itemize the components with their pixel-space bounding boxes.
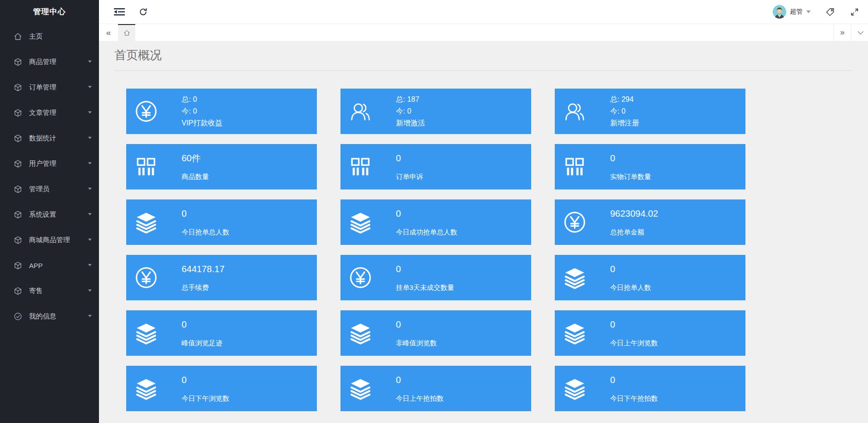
stat-label: 商品数量: [182, 172, 209, 181]
stat-card: 60件商品数量: [126, 144, 317, 189]
cube-icon: [14, 210, 22, 219]
sidebar-item-orders[interactable]: 订单管理: [0, 75, 99, 100]
stat-value: 0: [396, 374, 444, 385]
caret-down-icon: [806, 10, 811, 13]
stat-card: 0今日下午抢拍数: [555, 366, 745, 411]
tabs-scroll-right-button[interactable]: »: [833, 24, 851, 41]
sidebar-item-consign[interactable]: 寄售: [0, 278, 99, 304]
tabbar-spacer: [135, 24, 833, 41]
stat-card: 0实物订单数量: [555, 144, 745, 189]
stat-value: 644178.17: [182, 264, 225, 274]
stat-card: 644178.17总手续费: [126, 255, 317, 300]
cube-icon: [14, 83, 22, 92]
sidebar-item-system[interactable]: 系统设置: [0, 202, 99, 227]
user-name[interactable]: 超管: [790, 8, 803, 16]
goods-icon: [349, 155, 372, 179]
stat-label: 挂单3天未成交数量: [396, 283, 454, 292]
tabs-collapse-button[interactable]: [851, 24, 868, 41]
cube-icon: [14, 159, 22, 168]
stat-card-body: 0挂单3天未成交数量: [396, 264, 454, 292]
stat-card: 0今日上午浏览数: [555, 310, 745, 356]
stat-card-body: 总: 294今: 0新增注册: [610, 94, 639, 129]
stat-value: 9623094.02: [610, 208, 658, 219]
yen-icon: [134, 266, 158, 289]
stat-label: VIP打款收益: [182, 117, 222, 129]
stat-card: 0今日上午抢拍数: [340, 366, 531, 411]
stat-line: 总: 187: [396, 94, 425, 105]
chevron-down-icon: [88, 213, 92, 215]
stat-value: 0: [182, 208, 229, 219]
fullscreen-icon[interactable]: [850, 8, 859, 16]
tab-home[interactable]: [118, 24, 135, 41]
stat-value: 0: [396, 208, 457, 219]
tag-icon[interactable]: [825, 7, 835, 17]
chevron-down-icon: [88, 264, 92, 266]
home-icon: [14, 32, 22, 41]
sidebar-item-label: 主页: [29, 32, 99, 41]
sidebar-item-home[interactable]: 主页: [0, 24, 99, 49]
chevron-down-icon: [88, 188, 92, 190]
user-menu[interactable]: 超管: [773, 5, 811, 19]
chevron-down-icon: [88, 239, 92, 241]
collapse-menu-icon[interactable]: [113, 7, 125, 16]
sidebar-item-my-info[interactable]: 我的信息: [0, 304, 99, 329]
chevron-down-icon: [88, 315, 92, 317]
page-header: 首页概况: [114, 41, 853, 71]
sidebar-item-mall-goods[interactable]: 商城商品管理: [0, 227, 99, 253]
chevron-down-icon: [88, 86, 92, 88]
chevron-down-icon: [858, 29, 863, 35]
stat-card: 0今日抢单总人数: [126, 199, 317, 245]
stat-card-body: 0今日下午抢拍数: [610, 374, 658, 403]
sidebar-item-admins[interactable]: 管理员: [0, 176, 99, 202]
layers-icon: [134, 377, 158, 400]
sidebar-item-users[interactable]: 用户管理: [0, 151, 99, 176]
stat-label: 今日下午浏览数: [182, 394, 229, 403]
sidebar-item-goods[interactable]: 商品管理: [0, 49, 99, 75]
stat-label: 总抢单金额: [610, 228, 658, 237]
avatar[interactable]: [773, 5, 786, 19]
stat-label: 新增注册: [610, 117, 639, 129]
stat-card-body: 0订单申诉: [396, 153, 423, 181]
stat-line: 今: 0: [610, 105, 639, 117]
stat-card: 0今日成功抢单总人数: [340, 199, 531, 245]
stat-value: 0: [396, 264, 454, 274]
stat-card-body: 0今日抢单总人数: [182, 208, 229, 237]
stat-card: 总: 294今: 0新增注册: [555, 89, 745, 134]
stat-card: 0今日下午浏览数: [126, 366, 317, 411]
stat-value: 0: [182, 374, 229, 385]
sidebar-item-app[interactable]: APP: [0, 253, 99, 278]
stat-card-body: 总: 187今: 0新增激活: [396, 94, 425, 129]
layers-icon: [563, 321, 587, 345]
layers-icon: [349, 210, 372, 234]
yen-icon: [563, 210, 587, 234]
stat-value: 0: [610, 374, 658, 385]
main-area: 超管 « »: [99, 0, 868, 423]
stat-label: 实物订单数量: [610, 172, 651, 181]
stat-card: 9623094.02总抢单金额: [555, 199, 745, 245]
layers-icon: [349, 321, 372, 345]
tab-bar: « »: [99, 24, 868, 41]
goods-icon: [563, 155, 587, 179]
stat-card-body: 总: 0今: 0VIP打款收益: [182, 94, 222, 129]
layers-icon: [563, 377, 587, 400]
users-icon: [349, 100, 372, 123]
users-icon: [563, 100, 587, 123]
cube-icon: [14, 134, 22, 143]
sidebar-item-articles[interactable]: 文章管理: [0, 100, 99, 125]
yen-icon: [134, 100, 158, 123]
refresh-icon[interactable]: [139, 8, 148, 16]
stat-value: 0: [396, 319, 437, 330]
cube-icon: [14, 109, 22, 117]
cube-icon: [14, 287, 22, 295]
tabs-scroll-left-button[interactable]: «: [99, 24, 118, 41]
page-content: 首页概况 总: 0今: 0VIP打款收益 总: 187今: 0新增激活 总: 2…: [99, 41, 868, 423]
stat-line: 今: 0: [396, 105, 425, 117]
stat-label: 今日抢单总人数: [182, 228, 229, 237]
goods-icon: [134, 155, 158, 179]
layers-icon: [563, 266, 587, 289]
chevron-down-icon: [88, 289, 92, 292]
sidebar-item-stats[interactable]: 数据统计: [0, 125, 99, 151]
stat-line: 今: 0: [182, 105, 222, 117]
yen-icon: [349, 266, 372, 289]
stat-card: 0今日抢单人数: [555, 255, 745, 300]
